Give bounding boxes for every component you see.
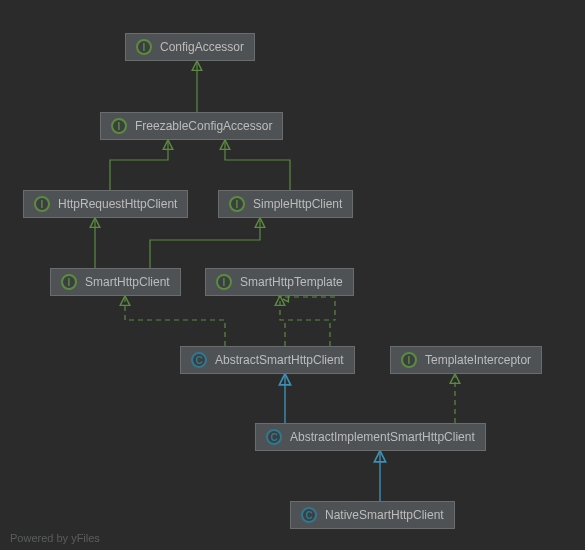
node-label: TemplateInterceptor xyxy=(425,353,531,367)
node-abstract-smart-http-client[interactable]: C AbstractSmartHttpClient xyxy=(180,346,355,374)
node-simple-http-client[interactable]: I SimpleHttpClient xyxy=(218,190,353,218)
interface-icon: I xyxy=(401,352,417,368)
node-label: SmartHttpTemplate xyxy=(240,275,343,289)
node-config-accessor[interactable]: I ConfigAccessor xyxy=(125,33,255,61)
node-label: SimpleHttpClient xyxy=(253,197,342,211)
footer-credit: Powered by yFiles xyxy=(10,532,100,544)
class-icon: C xyxy=(191,352,207,368)
node-smart-http-template[interactable]: I SmartHttpTemplate xyxy=(205,268,354,296)
interface-icon: I xyxy=(229,196,245,212)
node-abstract-implement-smart-http-client[interactable]: C AbstractImplementSmartHttpClient xyxy=(255,423,486,451)
interface-icon: I xyxy=(34,196,50,212)
class-icon: C xyxy=(266,429,282,445)
class-icon: C xyxy=(301,507,317,523)
interface-icon: I xyxy=(216,274,232,290)
node-http-request-http-client[interactable]: I HttpRequestHttpClient xyxy=(23,190,188,218)
node-smart-http-client[interactable]: I SmartHttpClient xyxy=(50,268,181,296)
interface-icon: I xyxy=(111,118,127,134)
node-label: NativeSmartHttpClient xyxy=(325,508,444,522)
node-label: AbstractImplementSmartHttpClient xyxy=(290,430,475,444)
node-label: HttpRequestHttpClient xyxy=(58,197,177,211)
node-freezable-config-accessor[interactable]: I FreezableConfigAccessor xyxy=(100,112,283,140)
node-label: ConfigAccessor xyxy=(160,40,244,54)
node-label: FreezableConfigAccessor xyxy=(135,119,272,133)
node-native-smart-http-client[interactable]: C NativeSmartHttpClient xyxy=(290,501,455,529)
node-label: AbstractSmartHttpClient xyxy=(215,353,344,367)
interface-icon: I xyxy=(136,39,152,55)
interface-icon: I xyxy=(61,274,77,290)
node-template-interceptor[interactable]: I TemplateInterceptor xyxy=(390,346,542,374)
node-label: SmartHttpClient xyxy=(85,275,170,289)
